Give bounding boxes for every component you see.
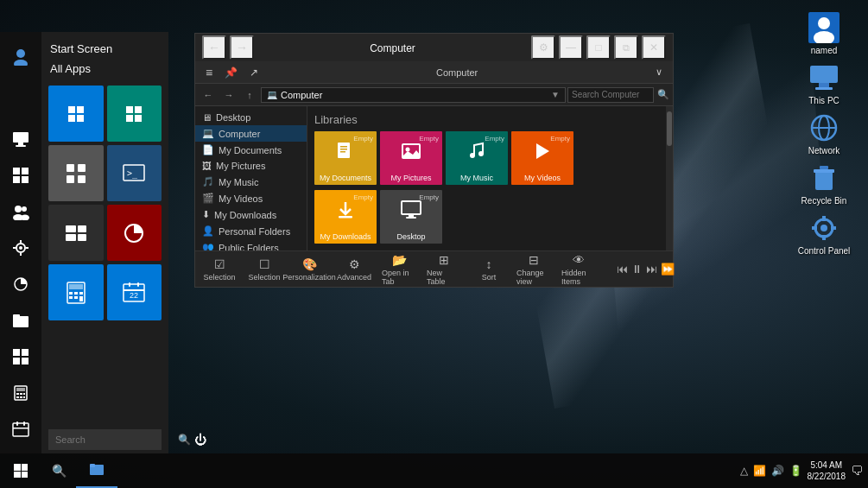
svg-rect-32 [26,247,29,249]
cmd-selection2[interactable]: ☐ Selection [247,257,282,282]
all-apps-label[interactable]: All Apps [50,59,160,79]
taskbar-search-button[interactable]: 🔍 [41,453,76,488]
cmd-sort[interactable]: ↕ Sort [472,257,506,282]
desktop-icon-recycle-bin[interactable]: Recycle Bin [793,159,855,210]
start-tile-windows[interactable] [48,86,104,142]
user-avatar-button[interactable] [3,39,38,73]
notification-icon[interactable]: 🗨 [851,464,863,478]
svg-rect-67 [79,292,83,295]
start-search-bar[interactable]: 🔍 ⏻ [48,429,162,450]
tile-my-videos[interactable]: Empty My Videos [511,131,573,185]
svg-rect-87 [409,214,414,217]
ribbon-expand-button[interactable]: ∨ [650,64,668,81]
start-settings-icon[interactable] [3,231,38,265]
desktop-icon-control-panel[interactable]: Control Panel [793,209,855,260]
scrollbar-thumb[interactable] [667,111,672,146]
address-bar[interactable]: 💻 Computer ▼ [261,87,566,103]
search-input[interactable] [567,87,654,103]
pin-button[interactable]: 📌 [219,64,243,81]
forward-button[interactable]: → [230,35,254,60]
back-button[interactable]: ← [202,35,226,60]
pictures-icon-small: 🖼 [202,161,212,171]
taskbar: 🔍 △ 📶 🔊 🔋 5:04 AM 8/22/2018 🗨 [0,453,868,488]
tile-my-downloads[interactable]: Empty My Downloads [314,190,377,244]
sidebar-personal-label: Personal Folders [219,226,290,237]
start-search-input[interactable] [55,434,174,445]
start-screen-label[interactable]: Start Screen [50,39,160,59]
svg-rect-69 [74,296,78,299]
cmd-hidden-label: Hidden Items [561,269,596,286]
start-tile-teal[interactable] [107,86,162,142]
sidebar-personal[interactable]: 👤 Personal Folders [195,223,307,239]
sidebar-documents[interactable]: 📄 My Documents [195,142,307,158]
svg-rect-30 [20,253,22,256]
start-tile-pie[interactable] [107,205,162,261]
sidebar-desktop[interactable]: 🖥 Desktop [195,110,307,125]
settings-button[interactable]: ⚙ [531,35,555,60]
restore-button[interactable]: ⧉ [614,35,638,60]
start-tile-settings[interactable] [48,145,104,201]
nav-forward-button[interactable]: → [219,86,238,105]
date-display: 8/22/2018 [808,471,846,482]
start-tile-calendar[interactable]: 22 [107,264,162,320]
cmd-change-view[interactable]: ⊟ Change view [516,253,551,286]
close-button[interactable]: ✕ [642,35,666,60]
tile-my-music[interactable]: Empty My Music [446,131,508,185]
address-text: Computer [281,90,322,100]
desktop-icon-this-pc[interactable]: This PC [793,59,855,110]
scrollbar[interactable] [666,106,673,250]
start-pc-icon[interactable] [3,122,38,156]
sidebar-music[interactable]: 🎵 My Music [195,174,307,190]
maximize-button[interactable]: □ [586,35,611,60]
start-calc-icon[interactable] [3,376,38,410]
sidebar-music-label: My Music [219,177,258,187]
start-tile-calc[interactable] [48,264,104,320]
cmd-new-table[interactable]: ⊞ New Table [427,253,461,286]
media-play-button[interactable]: ⏸ [631,263,643,276]
media-next-button[interactable]: ⏭ [646,263,657,276]
cmd-selection1[interactable]: ☑ Selection [202,257,237,282]
start-calendar-icon[interactable] [3,412,38,447]
cmd-open-tab[interactable]: 📂 Open in Tab [382,253,416,286]
cmd-hidden-items[interactable]: 👁 Hidden Items [561,253,596,286]
tile-desktop[interactable]: Empty Desktop [380,190,442,244]
start-folder-icon[interactable] [3,303,38,338]
start-tile-terminal[interactable]: >_ [107,145,162,201]
sidebar-computer[interactable]: 💻 Computer [195,125,307,142]
start-people-icon[interactable] [3,194,38,229]
sidebar-downloads[interactable]: ⬇ My Downloads [195,206,307,223]
taskbar-clock[interactable]: 5:04 AM 8/22/2018 [808,459,846,482]
start-tile-windows2[interactable] [48,205,104,261]
sidebar-public[interactable]: 👥 Public Folders [195,239,307,250]
start-windows-icon[interactable] [3,339,38,374]
svg-rect-68 [69,296,73,299]
share-button[interactable]: ↗ [244,64,263,81]
nav-up-button[interactable]: ↑ [240,86,259,105]
sort-icon: ↕ [486,257,492,271]
svg-rect-36 [13,349,20,356]
start-grid-icon[interactable] [3,158,38,193]
sidebar-pictures[interactable]: 🖼 My Pictures [195,158,307,174]
hamburger-button[interactable]: ≡ [200,64,218,81]
this-pc-label: This PC [808,96,839,106]
cmd-personalization-label: Personalization [282,273,336,282]
desktop-icon-named[interactable]: named [793,9,855,60]
media-fast-forward-button[interactable]: ⏩ [661,263,675,276]
start-power-button[interactable]: ⏻ [194,433,206,447]
cmd-advanced[interactable]: ⚙ Advanced [337,257,371,282]
recycle-bin-icon [808,162,839,193]
nav-back-button[interactable]: ← [199,86,218,105]
cmd-personalization[interactable]: 🎨 Personalization [292,257,326,282]
media-prev-button[interactable]: ⏮ [617,263,628,276]
svg-rect-77 [340,146,347,148]
desktop-icon-network[interactable]: Network [793,109,855,160]
svg-rect-76 [338,143,350,158]
minimize-button[interactable]: — [559,35,583,60]
tile-my-documents[interactable]: Empty My Documents [314,131,377,185]
sidebar-videos[interactable]: 🎬 My Videos [195,190,307,206]
start-button[interactable] [0,453,41,488]
taskbar-file-explorer[interactable] [76,453,117,488]
sidebar-videos-label: My Videos [219,193,263,204]
start-chart-icon[interactable] [3,267,38,301]
tile-my-pictures[interactable]: Empty My Pictures [380,131,442,185]
